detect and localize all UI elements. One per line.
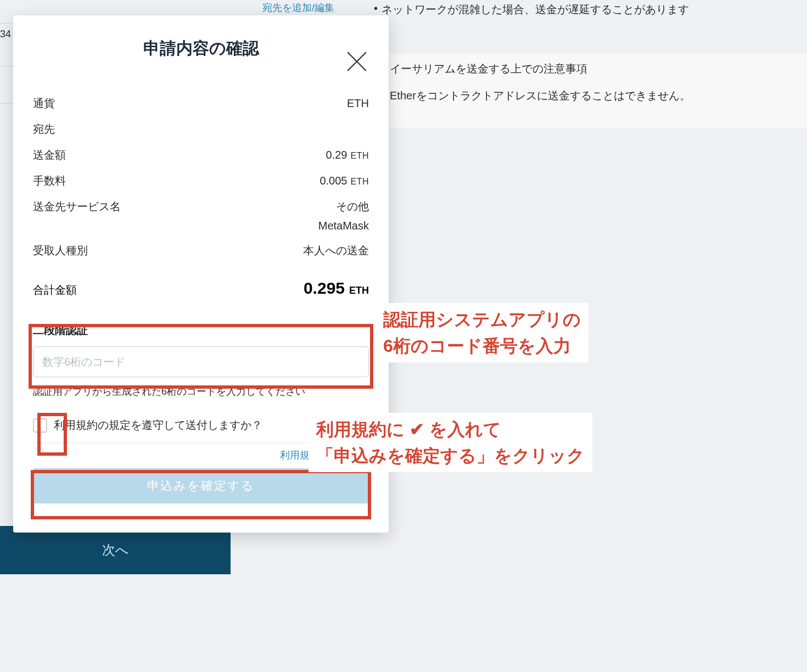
amount-value: 0.29ETH	[326, 149, 369, 161]
row-fee: 手数料 0.005ETH	[33, 168, 369, 194]
confirm-button[interactable]: 申込みを確定する	[33, 468, 369, 503]
fee-value: 0.005ETH	[320, 175, 369, 187]
close-icon	[344, 48, 370, 75]
service-value: その他	[336, 199, 369, 214]
eth-notice-body: Etherをコントラクトアドレスに送金することはできません。	[390, 88, 807, 103]
total-unit: ETH	[349, 285, 369, 296]
recipient-label: 受取人種別	[33, 243, 88, 258]
amount-number: 0.29	[326, 149, 348, 161]
row-recipient: 受取人種別 本人への送金	[33, 238, 369, 264]
recipient-value: 本人への送金	[303, 243, 369, 258]
total-value: 0.295ETH	[304, 279, 369, 298]
next-button[interactable]: 次へ	[0, 526, 231, 574]
row-total: 合計金額 0.295ETH	[33, 279, 369, 298]
tfa-section: 二段階認証 認証用アプリから生成された6桁のコードを入力してください	[33, 323, 369, 398]
amount-label: 送金額	[33, 148, 66, 163]
fee-unit: ETH	[351, 177, 369, 186]
row-service-extra: MetaMask	[33, 220, 369, 238]
row-fragment: 34	[0, 29, 11, 40]
service-extra-value: MetaMask	[318, 220, 369, 232]
total-number: 0.295	[304, 279, 345, 297]
row-amount: 送金額 0.29ETH	[33, 142, 369, 168]
tfa-heading: 二段階認証	[33, 323, 369, 338]
fee-number: 0.005	[320, 175, 347, 187]
total-label: 合計金額	[33, 283, 77, 298]
close-button[interactable]	[344, 48, 370, 75]
network-warning-text: ネットワークが混雑した場合、送金が遅延することがあります	[382, 2, 689, 17]
annotation-tfa-line2: 6桁のコード番号を入力	[383, 336, 571, 356]
currency-value: ETH	[347, 97, 369, 110]
annotation-tos-line1: 利用規約に ✔ を入れて	[316, 419, 501, 439]
row-service: 送金先サービス名 その他	[33, 194, 369, 220]
row-currency: 通貨 ETH	[33, 91, 369, 116]
fee-label: 手数料	[33, 173, 66, 188]
modal-title: 申請内容の確認	[33, 37, 369, 60]
annotation-tos: 利用規約に ✔ を入れて 「申込みを確定する」をクリック	[309, 413, 592, 472]
tos-label: 利用規約の規定を遵守して送付しますか？	[54, 418, 262, 433]
tfa-help-text: 認証用アプリから生成された6桁のコードを入力してください	[33, 385, 369, 398]
annotation-tfa: 認証用システムアプリの 6桁のコード番号を入力	[376, 303, 589, 362]
eth-notice-heading: イーサリアムを送金する上での注意事項	[390, 61, 807, 76]
tos-checkbox[interactable]	[33, 418, 47, 433]
amount-unit: ETH	[351, 151, 369, 160]
summary-rows: 通貨 ETH 宛先 送金額 0.29ETH 手数料 0.005ETH 送金先サー…	[33, 91, 369, 264]
row-address: 宛先	[33, 116, 369, 142]
currency-label: 通貨	[33, 96, 55, 111]
eth-notice-panel: イーサリアムを送金する上での注意事項 Etherをコントラクトアドレスに送金する…	[390, 54, 807, 127]
annotation-tos-line2: 「申込みを確定する」をクリック	[316, 446, 585, 466]
address-label: 宛先	[33, 122, 55, 137]
service-label: 送金先サービス名	[33, 199, 121, 214]
annotation-tfa-line1: 認証用システムアプリの	[383, 310, 581, 329]
tfa-code-input[interactable]	[33, 346, 369, 377]
edit-address-link[interactable]: 宛先を追加/編集	[262, 1, 334, 14]
